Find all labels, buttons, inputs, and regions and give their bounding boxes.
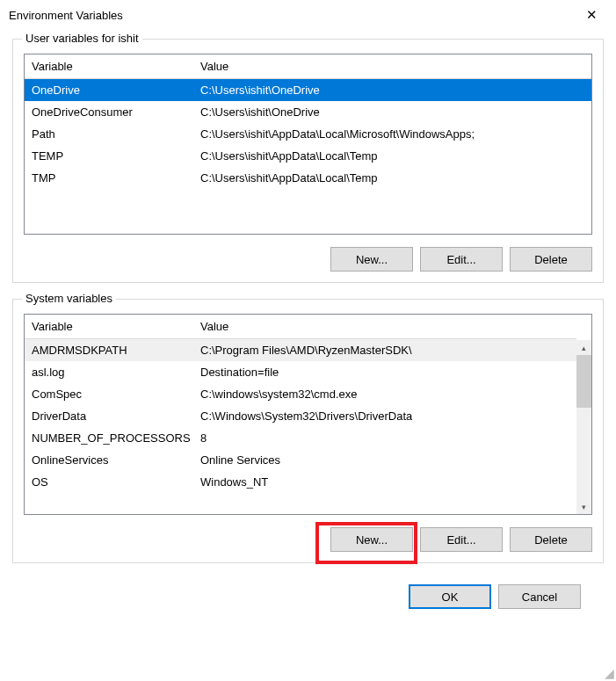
system-variables-group: System variables Variable Value AMDRMSDK…: [12, 299, 604, 563]
column-header-value[interactable]: Value: [193, 315, 576, 339]
cancel-button[interactable]: Cancel: [498, 584, 581, 609]
table-row[interactable]: Path C:\Users\ishit\AppData\Local\Micros…: [25, 123, 591, 145]
system-new-button[interactable]: New...: [330, 527, 413, 552]
cell-value: C:\Users\ishit\OneDrive: [193, 79, 591, 101]
cell-variable: OneDrive: [25, 79, 193, 101]
cell-value: 8: [193, 427, 576, 449]
system-group-label: System variables: [22, 292, 116, 305]
cell-value: Windows_NT: [193, 471, 576, 493]
column-header-value[interactable]: Value: [193, 54, 591, 79]
cell-variable: TMP: [25, 167, 193, 189]
window-title: Environment Variables: [9, 9, 123, 22]
scroll-up-icon[interactable]: ▴: [576, 340, 591, 355]
table-row[interactable]: OneDriveConsumer C:\Users\ishit\OneDrive: [25, 101, 591, 123]
user-new-button[interactable]: New...: [330, 247, 413, 272]
system-variables-table[interactable]: Variable Value AMDRMSDKPATH C:\Program F…: [24, 314, 592, 515]
cell-variable: NUMBER_OF_PROCESSORS: [25, 427, 193, 449]
user-variables-group: User variables for ishit Variable Value …: [12, 39, 604, 283]
table-row[interactable]: TEMP C:\Users\ishit\AppData\Local\Temp: [25, 145, 591, 167]
cell-variable: OS: [25, 471, 193, 493]
cell-variable: Path: [25, 123, 193, 145]
table-row[interactable]: OneDrive C:\Users\ishit\OneDrive: [25, 79, 591, 101]
table-row[interactable]: DriverData C:\Windows\System32\Drivers\D…: [25, 405, 576, 427]
cell-variable: OneDriveConsumer: [25, 101, 193, 123]
cell-value: C:\Users\ishit\AppData\Local\Temp: [193, 167, 591, 189]
table-row[interactable]: NUMBER_OF_PROCESSORS 8: [25, 427, 576, 449]
titlebar: Environment Variables ✕: [0, 0, 616, 30]
table-row[interactable]: TMP C:\Users\ishit\AppData\Local\Temp: [25, 167, 591, 189]
cell-value: C:\Program Files\AMD\RyzenMasterSDK\: [193, 339, 576, 361]
table-row[interactable]: AMDRMSDKPATH C:\Program Files\AMD\RyzenM…: [25, 339, 576, 361]
cell-value: C:\windows\system32\cmd.exe: [193, 383, 576, 405]
cell-value: C:\Windows\System32\Drivers\DriverData: [193, 405, 576, 427]
table-row[interactable]: ComSpec C:\windows\system32\cmd.exe: [25, 383, 576, 405]
cell-value: Online Services: [193, 449, 576, 471]
user-edit-button[interactable]: Edit...: [420, 247, 503, 272]
system-edit-button[interactable]: Edit...: [420, 527, 503, 552]
table-row[interactable]: OnlineServices Online Services: [25, 449, 576, 471]
cell-variable: OnlineServices: [25, 449, 193, 471]
resize-grip-icon[interactable]: ◢: [602, 667, 614, 679]
column-header-variable[interactable]: Variable: [25, 54, 193, 79]
ok-button[interactable]: OK: [409, 584, 491, 609]
system-delete-button[interactable]: Delete: [510, 527, 592, 552]
cell-variable: asl.log: [25, 361, 193, 383]
user-variables-table[interactable]: Variable Value OneDrive C:\Users\ishit\O…: [24, 54, 592, 235]
scroll-thumb[interactable]: [576, 355, 591, 408]
cell-value: C:\Users\ishit\AppData\Local\Microsoft\W…: [193, 123, 591, 145]
user-delete-button[interactable]: Delete: [510, 247, 592, 272]
close-icon: ✕: [586, 7, 598, 23]
scroll-down-icon[interactable]: ▾: [576, 499, 591, 514]
cell-value: C:\Users\ishit\OneDrive: [193, 101, 591, 123]
close-button[interactable]: ✕: [577, 4, 605, 25]
scrollbar[interactable]: ▴ ▾: [576, 340, 591, 514]
table-row[interactable]: asl.log Destination=file: [25, 361, 576, 383]
column-header-variable[interactable]: Variable: [25, 315, 193, 339]
cell-value: Destination=file: [193, 361, 576, 383]
table-row[interactable]: OS Windows_NT: [25, 471, 576, 493]
user-group-label: User variables for ishit: [22, 32, 142, 45]
cell-value: C:\Users\ishit\AppData\Local\Temp: [193, 145, 591, 167]
cell-variable: AMDRMSDKPATH: [25, 339, 193, 361]
cell-variable: TEMP: [25, 145, 193, 167]
cell-variable: DriverData: [25, 405, 193, 427]
cell-variable: ComSpec: [25, 383, 193, 405]
scroll-track[interactable]: [576, 408, 591, 499]
